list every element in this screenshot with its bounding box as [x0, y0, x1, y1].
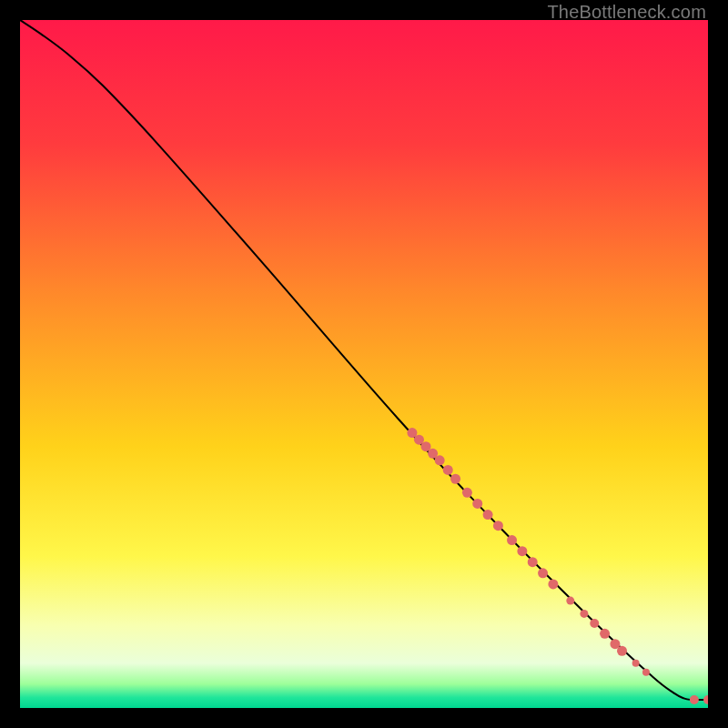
data-point: [517, 546, 527, 556]
data-point: [443, 465, 453, 475]
data-point: [617, 646, 627, 656]
data-point: [600, 629, 610, 639]
data-point: [528, 557, 538, 567]
data-point: [690, 695, 699, 704]
data-point: [435, 455, 445, 465]
data-point: [472, 499, 482, 509]
data-point: [462, 488, 472, 498]
data-point: [548, 579, 558, 589]
data-point: [590, 619, 599, 628]
data-point: [483, 510, 493, 520]
data-point: [450, 474, 460, 484]
data-point: [580, 610, 588, 618]
data-point: [493, 521, 503, 531]
data-point: [538, 568, 548, 578]
chart-background: [20, 20, 708, 708]
data-point: [632, 660, 640, 667]
chart-frame: [20, 20, 708, 708]
data-point: [507, 535, 517, 545]
data-point: [566, 597, 574, 605]
data-point: [642, 669, 650, 676]
chart-svg: [20, 20, 708, 708]
